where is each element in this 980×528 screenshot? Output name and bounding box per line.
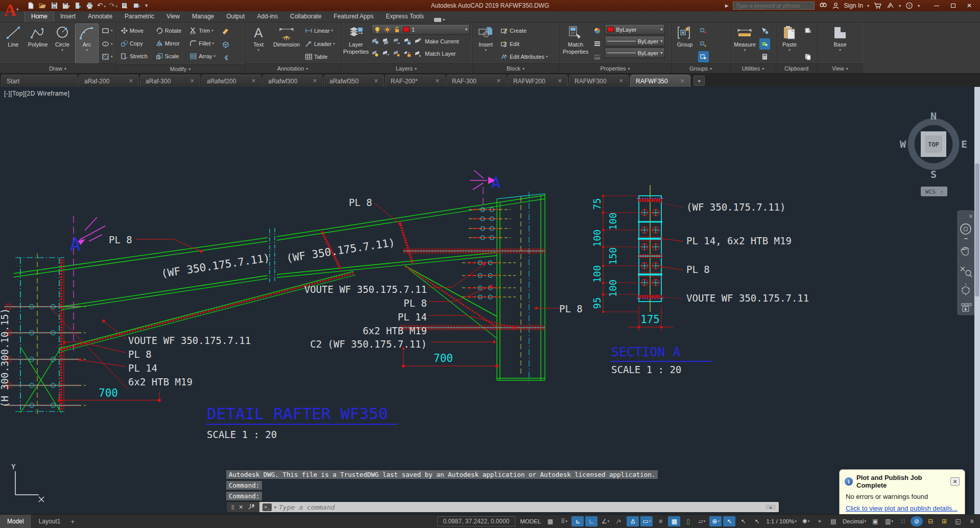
batch-plot-icon[interactable] xyxy=(121,2,129,10)
snap-mode-toggle[interactable]: ⠿▾ xyxy=(558,516,570,526)
autodesk-logo-icon[interactable] xyxy=(886,2,895,10)
tab-add-ins[interactable]: Add-ins xyxy=(251,11,284,22)
help-dropdown-icon[interactable]: ▾ xyxy=(918,4,920,8)
create-block-button[interactable]: Create xyxy=(499,25,549,36)
search-expand-icon[interactable]: ▶ xyxy=(725,3,729,8)
new-file-icon[interactable] xyxy=(27,2,35,10)
layer-select-dropdown[interactable]: 1 ▾ xyxy=(371,24,470,35)
selection-filter-toggle[interactable]: ↖ xyxy=(751,516,763,526)
circle-button[interactable]: Circle▾ xyxy=(51,24,74,63)
edit-block-button[interactable]: Edit xyxy=(499,38,549,50)
file-tab[interactable]: aRafwf300✕ xyxy=(262,75,323,87)
notification-close-button[interactable]: ✕ xyxy=(950,477,960,486)
grid-display-toggle[interactable]: ▦ xyxy=(544,516,556,526)
redo-icon[interactable]: ↷ ▾ xyxy=(109,2,117,10)
plot-preview-icon[interactable] xyxy=(132,2,141,10)
linetype-dropdown[interactable]: ByLayer▾ xyxy=(605,36,665,47)
transparency-toggle[interactable]: ▦ xyxy=(668,516,680,526)
graphics-performance-toggle[interactable]: ∷ xyxy=(897,516,909,526)
panel-title-groups[interactable]: Groups▾ xyxy=(672,63,730,73)
group-selection-toggle[interactable] xyxy=(698,51,709,62)
new-drawing-tab-button[interactable]: + xyxy=(694,76,705,86)
close-icon[interactable]: ✕ xyxy=(558,78,562,84)
layer-isolate-icon[interactable] xyxy=(382,38,390,45)
trim-button[interactable]: Trim▾ xyxy=(188,25,217,36)
isolate-objects-button[interactable]: ⊘ xyxy=(911,516,923,526)
object-snap-tracking-toggle[interactable]: ∆ xyxy=(627,516,639,526)
file-tab-active[interactable]: RAFWF350✕ xyxy=(630,75,690,87)
copy-button[interactable]: Copy xyxy=(119,38,149,49)
ortho-mode-toggle[interactable]: ∟ xyxy=(585,516,597,526)
customization-menu-button[interactable]: ≡ xyxy=(966,516,978,526)
plot-details-icon[interactable]: ⊞ xyxy=(938,516,950,526)
layer-properties-button[interactable]: Layer Properties xyxy=(343,24,369,63)
panel-title-block[interactable]: Block▾ xyxy=(472,63,559,73)
plot-job-icon[interactable]: ⊟ xyxy=(924,516,937,526)
paste-button[interactable]: Paste▾ xyxy=(778,24,801,63)
dimension-button[interactable]: Dimension xyxy=(272,24,301,63)
match-properties-button[interactable]: Match Properties xyxy=(561,24,590,63)
qat-customize-icon[interactable]: ▼ xyxy=(144,3,149,9)
command-input[interactable] xyxy=(279,503,763,511)
close-icon[interactable]: ✕ xyxy=(374,78,378,84)
panel-title-draw[interactable]: Draw▾ xyxy=(0,63,115,73)
tab-collaborate[interactable]: Collaborate xyxy=(284,11,327,22)
linetype-icon[interactable] xyxy=(592,51,603,62)
lock-ui-button[interactable]: ▥▾ xyxy=(883,516,895,526)
command-expand-icon[interactable]: ▴ xyxy=(766,504,776,510)
mirror-button[interactable]: Mirror xyxy=(154,38,183,49)
close-icon[interactable]: ✕ xyxy=(251,78,256,84)
text-button[interactable]: A Text▾ xyxy=(247,24,270,63)
layer-walk-icon[interactable] xyxy=(382,50,390,57)
close-icon[interactable]: ✕ xyxy=(313,78,317,84)
polyline-button[interactable]: Polyline xyxy=(27,24,49,63)
close-icon[interactable]: ✕ xyxy=(435,78,440,84)
quick-calculator-icon[interactable] xyxy=(759,51,770,62)
undo-icon[interactable]: ↶ ▾ xyxy=(97,2,106,10)
file-tab[interactable]: RAF-300✕ xyxy=(446,75,507,87)
group-edit-icon[interactable] xyxy=(698,38,709,50)
polar-tracking-toggle[interactable]: ∠▾ xyxy=(599,516,611,526)
close-icon[interactable]: ✕ xyxy=(496,78,501,84)
selection-cycling-toggle[interactable]: ▯ xyxy=(682,516,694,526)
ellipse-tool-button[interactable]: ▾ xyxy=(100,38,114,50)
close-icon[interactable]: ✕ xyxy=(190,78,195,84)
viewcube[interactable]: N S W E TOP WCS xyxy=(900,110,967,196)
command-input-area[interactable]: >_ ▾ ▴ xyxy=(259,502,779,512)
base-button[interactable]: Base▾ xyxy=(829,24,851,63)
command-close-icon[interactable]: ✕ xyxy=(238,504,243,511)
annotation-scale-button[interactable]: 1:1 / 100%▾ xyxy=(764,516,798,526)
model-space-button[interactable]: MODEL xyxy=(519,516,543,526)
sign-in-button[interactable]: Sign In xyxy=(844,2,863,9)
erase-button[interactable] xyxy=(220,25,231,36)
app-store-cart-icon[interactable] xyxy=(873,2,882,10)
color-dropdown[interactable]: ByLayer▾ xyxy=(605,24,665,35)
panel-title-layers[interactable]: Layers▾ xyxy=(341,63,472,73)
help-icon[interactable]: ? xyxy=(905,2,914,10)
save-icon[interactable] xyxy=(50,2,59,10)
leader-button[interactable]: Leader▾ xyxy=(303,38,337,50)
vertical-scrollbar[interactable] xyxy=(974,87,980,514)
table-button[interactable]: Table xyxy=(303,51,337,62)
panel-title-utilities[interactable]: Utilities▾ xyxy=(730,63,776,73)
quick-select-icon[interactable] xyxy=(759,25,770,36)
layer-state-icon[interactable] xyxy=(371,50,379,57)
stretch-button[interactable]: Stretch xyxy=(119,51,149,62)
scale-button[interactable]: Scale xyxy=(154,51,183,62)
notification-link[interactable]: Click to view plot and publish details..… xyxy=(846,504,958,512)
copy-clip-icon[interactable] xyxy=(803,51,814,62)
recent-commands-icon[interactable]: ▾ xyxy=(274,505,276,510)
tab-annotate[interactable]: Annotate xyxy=(82,11,118,22)
cut-icon[interactable] xyxy=(803,25,814,36)
linear-dimension-button[interactable]: Linear▾ xyxy=(303,25,337,36)
close-icon[interactable]: ✕ xyxy=(680,78,685,84)
command-line-bar[interactable]: ⣿ ✕ >_ ▾ ▴ xyxy=(226,501,779,513)
drawing-canvas[interactable]: [-][Top][2D Wireframe] xyxy=(0,87,980,514)
search-icon[interactable] xyxy=(819,2,827,10)
panel-title-properties[interactable]: Properties▾ xyxy=(559,63,671,73)
scrollbar-thumb[interactable] xyxy=(975,164,979,296)
restore-button[interactable] xyxy=(945,1,961,10)
isodraft-toggle[interactable]: ∕▾ xyxy=(613,516,625,526)
rotate-button[interactable]: Rotate xyxy=(154,25,183,36)
tab-home[interactable]: Home xyxy=(25,11,54,22)
